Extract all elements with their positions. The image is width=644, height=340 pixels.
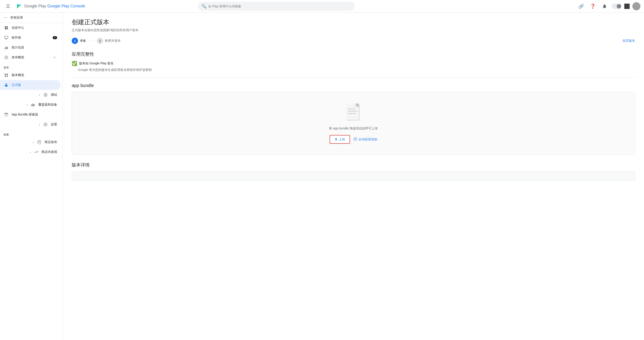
search-bar[interactable]: 🔍 (198, 2, 355, 11)
topbar: ☰ Google Play Google Play Console 🔍 🔗 ❓ (0, 0, 644, 13)
sidebar-item-coverage[interactable]: › 覆盖面和设备 (0, 100, 61, 110)
bar-chart-icon (4, 45, 9, 50)
steps-bar: 1 准备 2 检查并发布 舍弃版本 (72, 38, 635, 44)
step-1: 1 准备 (72, 38, 86, 44)
bundle-drop-text: 将 app bundle 拖放至此处即可上传 (329, 127, 378, 131)
version-grid-icon (4, 73, 9, 78)
sidebar-label-coverage: 覆盖面和设备 (38, 103, 57, 107)
user-avatar[interactable] (632, 2, 640, 10)
notifications-icon-btn[interactable] (600, 2, 609, 11)
sidebar-item-release[interactable]: 正式版 (0, 80, 61, 90)
step-connector (88, 41, 95, 41)
avatar-icon (634, 4, 639, 9)
topbar-actions: 🔗 ❓ (577, 2, 640, 11)
step-1-label: 准备 (80, 39, 86, 43)
sidebar-item-stats[interactable]: 统计信息 (0, 43, 61, 53)
sidebar-item-store-publish[interactable]: › 商店发布 (0, 137, 61, 147)
toggle-thumb (617, 4, 621, 9)
svg-rect-5 (5, 36, 8, 39)
sidebar-label-store-interior: 商店内表现 (42, 150, 57, 154)
page-title: 创建正式版本 (72, 18, 635, 27)
bundle-section-title: app bundle (72, 83, 635, 88)
lock-icon (4, 82, 9, 88)
svg-rect-32 (354, 138, 357, 140)
help-icon-btn[interactable]: ❓ (588, 2, 598, 11)
main-content: 创建正式版本 正式版本会面向您所选国家/地区的所有用户发布 1 准备 2 检查并… (63, 13, 644, 340)
sidebar-label-settings: 设置 (51, 122, 57, 127)
sidebar-item-version-overview[interactable]: 版本概览 (0, 70, 61, 80)
back-label: 所有应用 (10, 16, 23, 20)
svg-rect-14 (5, 76, 6, 77)
sidebar-label-app-bundle: App Bundle 探索器 (12, 113, 38, 117)
logo: Google Play Google Play Console (16, 3, 85, 10)
menu-icon[interactable]: ☰ (4, 2, 12, 11)
play-circle-icon (43, 92, 48, 98)
logo-text: Google Play Google Play Console (24, 4, 85, 9)
library-link-label: 从内容库添加 (358, 138, 377, 142)
svg-rect-21 (34, 104, 34, 106)
sidebar-label-info-center: 信息中心 (12, 26, 24, 30)
cross-icon (52, 55, 57, 60)
svg-point-0 (636, 5, 637, 6)
sidebar-label-publish-overview: 发布概览 (12, 55, 24, 60)
svg-rect-22 (5, 113, 8, 114)
svg-rect-4 (6, 28, 8, 29)
archive-icon (4, 112, 9, 117)
bundle-section: app bundle (72, 83, 635, 155)
link-icon-btn[interactable]: 🔗 (577, 2, 586, 11)
upload-button[interactable]: ⬆ 上传 (330, 135, 350, 144)
grid-icon (4, 25, 9, 31)
page-subtitle: 正式版本会面向您所选国家/地区的所有用户发布 (72, 28, 635, 32)
version-detail-section: 版本详情 (72, 162, 635, 181)
publish-section-label: 发布 (0, 62, 62, 70)
sidebar-item-publish-overview[interactable]: 发布概览 (0, 53, 61, 62)
expand-icon-store: › (33, 140, 34, 144)
svg-rect-2 (6, 26, 8, 28)
bundle-drop-area[interactable]: 将 app bundle 拖放至此处即可上传 ⬆ 上传 从内容库添加 (72, 92, 635, 155)
gear-icon (43, 122, 48, 127)
svg-rect-15 (7, 76, 8, 77)
step-2: 2 检查并发布 (97, 38, 120, 44)
inbox-badge: 7 (53, 36, 57, 39)
sidebar-item-test[interactable]: › 测试 (0, 90, 61, 100)
sidebar-label-version-overview: 版本概览 (12, 73, 24, 77)
upload-btn-label: 上传 (339, 138, 345, 142)
svg-rect-19 (31, 105, 32, 106)
sidebar-item-inbox[interactable]: 收件箱 7 (0, 33, 61, 43)
bar-chart2-icon (30, 102, 36, 107)
document-illustration (344, 103, 362, 123)
clock-icon (4, 55, 9, 60)
sidebar-item-store-interior[interactable]: › 商店内表现 (0, 147, 61, 157)
abandon-version-link[interactable]: 舍弃版本 (622, 39, 635, 43)
integrity-desc: Google 将为您的版本生成应用签名密钥并保护该密钥 (78, 68, 635, 72)
back-to-all-apps[interactable]: ← 所有应用 (0, 13, 62, 23)
svg-rect-20 (33, 104, 34, 106)
svg-rect-8 (5, 48, 6, 49)
sidebar-item-info-center[interactable]: 信息中心 (0, 23, 61, 33)
step-1-circle: 1 (72, 38, 78, 44)
version-detail-placeholder (72, 172, 635, 181)
library-icon (354, 137, 357, 142)
apps-icon[interactable] (624, 4, 630, 9)
store-icon (36, 140, 42, 145)
expand-icon-settings: › (39, 123, 40, 126)
svg-rect-3 (5, 28, 6, 29)
theme-toggle[interactable] (612, 4, 622, 9)
step-2-circle: 2 (97, 38, 103, 44)
library-link[interactable]: 从内容库添加 (354, 137, 377, 142)
expand-icon-coverage: › (26, 103, 28, 107)
play-logo-icon (16, 3, 22, 10)
version-detail-title: 版本详情 (72, 162, 635, 168)
tuozhan-section-label: 拓展 (0, 129, 62, 137)
sidebar-item-app-bundle[interactable]: App Bundle 探索器 (0, 110, 61, 120)
sidebar-label-release: 正式版 (12, 83, 21, 87)
svg-rect-9 (6, 47, 7, 49)
integrity-check-text: 版本由 Google Play 签名 (79, 62, 114, 66)
search-input[interactable] (208, 5, 351, 8)
divider-1 (72, 77, 635, 78)
integrity-section: 应用完整性 ✅ 版本由 Google Play 签名 Google 将为您的版本… (72, 51, 635, 72)
sidebar-label-store-publish: 商店发布 (44, 140, 57, 144)
search-icon: 🔍 (202, 4, 206, 9)
sidebar-item-settings[interactable]: › 设置 (0, 120, 61, 129)
svg-rect-13 (7, 74, 8, 75)
